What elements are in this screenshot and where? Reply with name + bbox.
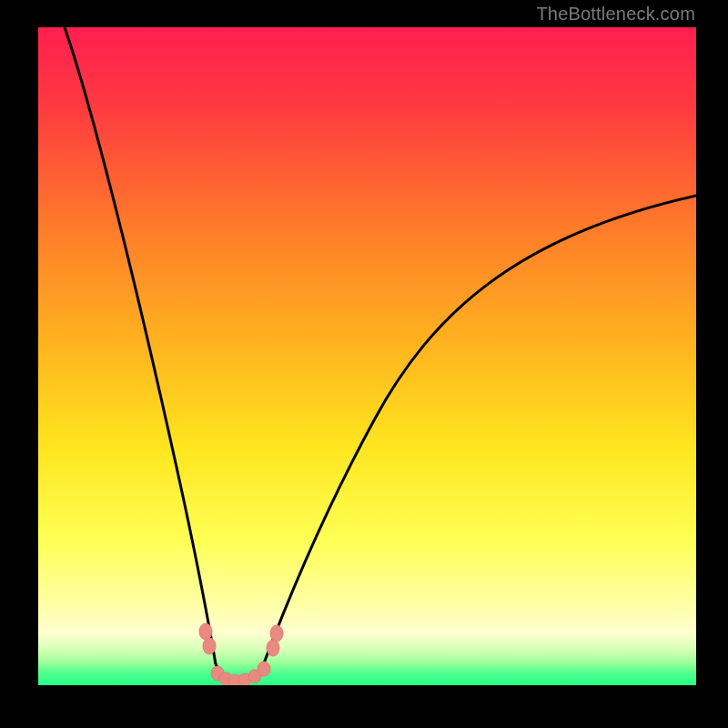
plot-area xyxy=(38,27,696,685)
chart-frame: TheBottleneck.com xyxy=(0,0,728,728)
svg-point-10 xyxy=(270,625,283,642)
svg-point-2 xyxy=(203,638,216,654)
trough-markers xyxy=(199,623,283,685)
watermark-text: TheBottleneck.com xyxy=(536,4,695,25)
curve-left-branch xyxy=(65,27,216,664)
svg-point-1 xyxy=(199,623,212,640)
curve-right-branch xyxy=(262,196,696,668)
svg-point-9 xyxy=(267,640,279,656)
svg-point-8 xyxy=(258,662,270,676)
bottleneck-curve xyxy=(38,27,696,685)
